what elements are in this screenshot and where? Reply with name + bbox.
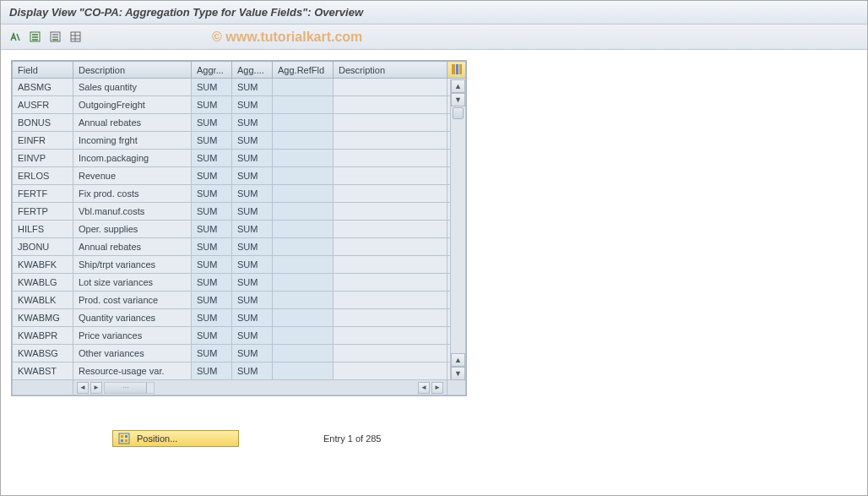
cell-agg2[interactable]: SUM: [232, 238, 273, 256]
position-button[interactable]: Position...: [112, 430, 239, 447]
table-row[interactable]: EINVPIncom.packagingSUMSUM: [13, 150, 466, 167]
col-header-agg2[interactable]: Agg....: [232, 62, 273, 79]
table-row[interactable]: EINFRIncoming frghtSUMSUM: [13, 132, 466, 150]
cell-aggreffld[interactable]: [273, 292, 334, 309]
cell-description2[interactable]: [334, 167, 448, 185]
cell-description2[interactable]: [334, 309, 448, 327]
table-row[interactable]: KWABFKShip/trpt variancesSUMSUM: [13, 256, 466, 274]
cell-field[interactable]: FERTP: [13, 203, 73, 221]
cell-aggr[interactable]: SUM: [192, 203, 232, 221]
cell-agg2[interactable]: SUM: [232, 292, 273, 309]
hscroll-left2-icon[interactable]: ◄: [418, 382, 430, 394]
scroll-up-icon[interactable]: ▲: [451, 79, 465, 93]
cell-agg2[interactable]: SUM: [232, 96, 273, 114]
cell-aggr[interactable]: SUM: [192, 362, 232, 380]
cell-description[interactable]: Quantity variances: [73, 309, 192, 327]
table-row[interactable]: FERTPVbl.manuf.costsSUMSUM: [13, 203, 466, 221]
cell-description[interactable]: Other variances: [73, 345, 192, 362]
cell-description[interactable]: Fix prod. costs: [73, 185, 192, 203]
cell-description2[interactable]: [334, 185, 448, 203]
cell-field[interactable]: KWABLG: [13, 274, 73, 292]
cell-aggr[interactable]: SUM: [192, 274, 232, 292]
cell-field[interactable]: EINFR: [13, 132, 73, 150]
cell-field[interactable]: KWABFK: [13, 256, 73, 274]
cell-description2[interactable]: [334, 256, 448, 274]
cell-field[interactable]: BONUS: [13, 114, 73, 132]
cell-description2[interactable]: [334, 327, 448, 345]
cell-aggreffld[interactable]: [273, 362, 334, 380]
vertical-scrollbar[interactable]: ▲ ▼ ▲ ▼: [450, 79, 465, 380]
cell-description2[interactable]: [334, 150, 448, 167]
cell-aggreffld[interactable]: [273, 221, 334, 238]
cell-description[interactable]: Price variances: [73, 327, 192, 345]
table-row[interactable]: ERLOSRevenueSUMSUM: [13, 167, 466, 185]
cell-description2[interactable]: [334, 345, 448, 362]
cell-aggreffld[interactable]: [273, 96, 334, 114]
cell-aggr[interactable]: SUM: [192, 309, 232, 327]
cell-aggreffld[interactable]: [273, 274, 334, 292]
cell-field[interactable]: AUSFR: [13, 96, 73, 114]
cell-agg2[interactable]: SUM: [232, 185, 273, 203]
cell-field[interactable]: KWABMG: [13, 309, 73, 327]
table-row[interactable]: KWABPRPrice variancesSUMSUM: [13, 327, 466, 345]
table-row[interactable]: BONUSAnnual rebatesSUMSUM: [13, 114, 466, 132]
cell-aggr[interactable]: SUM: [192, 238, 232, 256]
cell-description2[interactable]: [334, 96, 448, 114]
cell-description[interactable]: Annual rebates: [73, 114, 192, 132]
cell-aggreffld[interactable]: [273, 132, 334, 150]
hscroll-thumb[interactable]: ⋯: [105, 383, 147, 393]
cell-aggr[interactable]: SUM: [192, 150, 232, 167]
grid-settings-icon[interactable]: [448, 62, 466, 79]
cell-description[interactable]: Revenue: [73, 167, 192, 185]
col-header-field[interactable]: Field: [13, 62, 73, 79]
cell-description2[interactable]: [334, 292, 448, 309]
cell-agg2[interactable]: SUM: [232, 132, 273, 150]
cell-aggreffld[interactable]: [273, 114, 334, 132]
cell-aggreffld[interactable]: [273, 238, 334, 256]
cell-aggreffld[interactable]: [273, 185, 334, 203]
table-row[interactable]: KWABLKProd. cost varianceSUMSUM: [13, 292, 466, 309]
hscroll-track[interactable]: ⋯: [104, 382, 155, 394]
cell-aggr[interactable]: SUM: [192, 79, 232, 96]
col-header-description[interactable]: Description: [73, 62, 192, 79]
cell-agg2[interactable]: SUM: [232, 221, 273, 238]
cell-aggr[interactable]: SUM: [192, 114, 232, 132]
hscroll-left-icon[interactable]: ◄: [77, 382, 89, 394]
col-header-aggreffld[interactable]: Agg.RefFld: [273, 62, 334, 79]
cell-field[interactable]: KWABSG: [13, 345, 73, 362]
cell-agg2[interactable]: SUM: [232, 150, 273, 167]
cell-aggr[interactable]: SUM: [192, 292, 232, 309]
cell-agg2[interactable]: SUM: [232, 309, 273, 327]
col-header-description2[interactable]: Description: [334, 62, 448, 79]
cell-aggreffld[interactable]: [273, 309, 334, 327]
cell-description[interactable]: Incoming frght: [73, 132, 192, 150]
cell-agg2[interactable]: SUM: [232, 362, 273, 380]
cell-aggreffld[interactable]: [273, 79, 334, 96]
table-row[interactable]: KWABLGLot size variancesSUMSUM: [13, 274, 466, 292]
cell-field[interactable]: KWABPR: [13, 327, 73, 345]
cell-description2[interactable]: [334, 203, 448, 221]
cell-field[interactable]: FERTF: [13, 185, 73, 203]
cell-aggreffld[interactable]: [273, 203, 334, 221]
scroll-thumb[interactable]: [453, 107, 464, 119]
cell-field[interactable]: HILFS: [13, 221, 73, 238]
cell-aggreffld[interactable]: [273, 167, 334, 185]
cell-aggr[interactable]: SUM: [192, 167, 232, 185]
cell-description[interactable]: Sales quantity: [73, 79, 192, 96]
table-row[interactable]: KWABSTResource-usage var.SUMSUM: [13, 362, 466, 380]
cell-description[interactable]: Vbl.manuf.costs: [73, 203, 192, 221]
table-row[interactable]: JBONUAnnual rebatesSUMSUM: [13, 238, 466, 256]
scroll-down2-icon[interactable]: ▼: [451, 367, 465, 380]
cell-description[interactable]: Incom.packaging: [73, 150, 192, 167]
scroll-down-icon[interactable]: ▼: [451, 93, 465, 106]
cell-description[interactable]: Annual rebates: [73, 238, 192, 256]
cell-description2[interactable]: [334, 238, 448, 256]
hscroll-right-icon[interactable]: ►: [90, 382, 102, 394]
cell-agg2[interactable]: SUM: [232, 79, 273, 96]
tool-select-all-icon[interactable]: [28, 30, 43, 45]
cell-aggreffld[interactable]: [273, 150, 334, 167]
cell-aggr[interactable]: SUM: [192, 327, 232, 345]
cell-field[interactable]: EINVP: [13, 150, 73, 167]
cell-aggreffld[interactable]: [273, 327, 334, 345]
cell-field[interactable]: ABSMG: [13, 79, 73, 96]
